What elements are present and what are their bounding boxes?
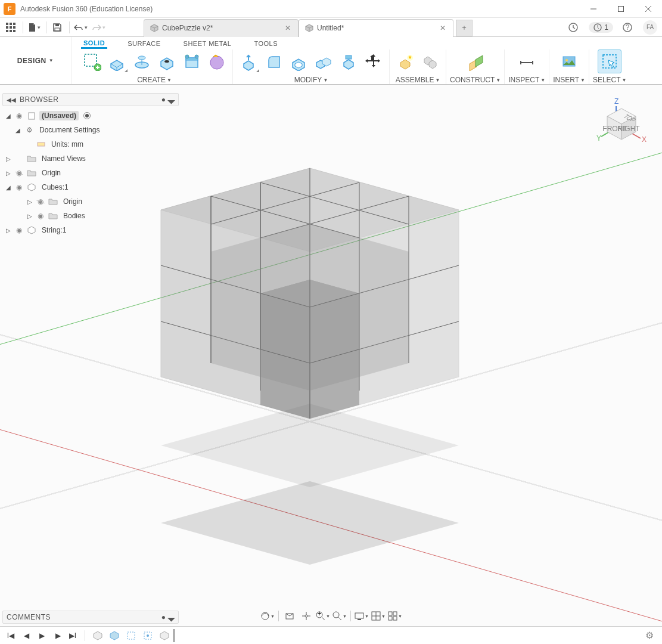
insert-decal-button[interactable]: [557, 49, 581, 73]
timeline: I◀ ◀ ▶ ▶ ▶I ⚙: [0, 626, 662, 644]
job-status-button[interactable]: 1: [589, 22, 613, 33]
tree-string[interactable]: ▷◉ String:1: [2, 223, 179, 237]
tree-bodies[interactable]: ▷◉ Bodies: [2, 209, 179, 223]
new-sketch-button[interactable]: [80, 49, 104, 73]
active-component-radio[interactable]: [83, 112, 91, 119]
close-tab-icon[interactable]: ✕: [439, 23, 447, 33]
create-form-button[interactable]: [205, 49, 229, 73]
visibility-off-icon[interactable]: ◉: [14, 169, 24, 177]
collapse-icon[interactable]: ◀◀: [7, 97, 16, 103]
svg-rect-239: [355, 613, 363, 618]
viewport[interactable]: // draw iso floor grid lines (function()…: [0, 85, 662, 626]
timeline-next-button[interactable]: ▶: [51, 630, 63, 642]
timeline-feature-5[interactable]: [158, 629, 171, 642]
fit-button[interactable]: ▼: [332, 609, 347, 623]
visibility-icon[interactable]: ◉: [36, 212, 45, 220]
new-tab-button[interactable]: ＋: [456, 20, 473, 36]
data-panel-button[interactable]: [2, 19, 19, 36]
ribbon-tab-sheetmetal[interactable]: SHEET METAL: [181, 39, 234, 48]
select-button[interactable]: [598, 49, 621, 73]
viewcube[interactable]: Z X Y TOP FRONT RIGHT: [595, 98, 649, 151]
ribbon-tab-solid[interactable]: SOLID: [81, 38, 107, 49]
minimize-button[interactable]: [580, 0, 607, 18]
timeline-feature-1[interactable]: [91, 629, 104, 642]
fillet-button[interactable]: [262, 49, 285, 73]
undo-button[interactable]: [72, 19, 89, 36]
tree-units[interactable]: Units: mm: [2, 137, 179, 151]
timeline-end-button[interactable]: ▶I: [67, 630, 79, 642]
joint-button[interactable]: [418, 49, 442, 73]
pin-icon[interactable]: ◢: [167, 95, 176, 104]
tree-doc-settings[interactable]: ◢ ⚙ Document Settings: [2, 123, 179, 137]
ribbon-tab-tools[interactable]: TOOLS: [251, 39, 280, 48]
svg-rect-247: [393, 617, 397, 620]
file-menu-button[interactable]: [26, 19, 42, 36]
model-cubes[interactable]: [161, 168, 459, 419]
app-icon: F: [4, 3, 15, 15]
pan-button[interactable]: [299, 609, 314, 623]
extensions-button[interactable]: [565, 19, 582, 36]
close-tab-icon[interactable]: ✕: [284, 23, 292, 33]
zoom-button[interactable]: +▼: [315, 609, 331, 623]
timeline-feature-4[interactable]: [141, 629, 154, 642]
visibility-icon[interactable]: ◉: [14, 112, 24, 120]
construct-plane-button[interactable]: [464, 49, 487, 73]
redo-button[interactable]: [90, 19, 107, 36]
svg-line-235: [322, 617, 325, 620]
timeline-feature-3[interactable]: [125, 629, 138, 642]
align-button[interactable]: [337, 49, 360, 73]
browser-settings-icon[interactable]: ●: [161, 95, 166, 104]
timeline-feature-2[interactable]: [108, 629, 121, 642]
workspace-switcher[interactable]: DESIGN▼: [0, 37, 72, 84]
help-button[interactable]: ?: [619, 19, 636, 36]
svg-text:RIGHT: RIGHT: [617, 125, 640, 133]
visibility-icon[interactable]: ◉: [14, 183, 24, 191]
display-settings-button[interactable]: ▼: [354, 609, 369, 623]
timeline-settings-button[interactable]: ⚙: [645, 630, 657, 641]
ribbon-tabs: SOLID SURFACE SHEET METAL TOOLS: [72, 37, 662, 49]
box-button[interactable]: [180, 49, 204, 73]
move-button[interactable]: [362, 49, 386, 73]
timeline-play-button[interactable]: ▶: [36, 630, 48, 642]
ribbon-tab-surface[interactable]: SURFACE: [125, 39, 163, 48]
browser-header[interactable]: ◀◀ BROWSER ●◢: [2, 93, 179, 106]
extrude-button[interactable]: [105, 49, 129, 73]
tree-cubes[interactable]: ◢◉ Cubes:1: [2, 180, 179, 194]
quick-access-bar: CubePuzzle v2* ✕ Untitled* ✕ ＋ 1 ? FA: [0, 18, 662, 37]
press-pull-button[interactable]: [237, 49, 260, 73]
timeline-start-button[interactable]: I◀: [5, 630, 17, 642]
tree-cubes-origin[interactable]: ▷◉ Origin: [2, 194, 179, 209]
comments-bar[interactable]: COMMENTS ●◢: [2, 611, 179, 624]
close-button[interactable]: [635, 0, 662, 18]
measure-button[interactable]: [515, 49, 539, 73]
orbit-button[interactable]: ▼: [260, 609, 275, 623]
visibility-off-icon[interactable]: ◉: [36, 197, 45, 206]
component-icon: [26, 226, 37, 234]
revolve-button[interactable]: [130, 49, 154, 73]
svg-point-27: [195, 55, 198, 58]
look-at-button[interactable]: [282, 609, 297, 623]
component-icon: [26, 183, 37, 191]
expand-icon[interactable]: ◢: [167, 612, 176, 622]
save-button[interactable]: [49, 19, 66, 36]
visibility-icon[interactable]: ◉: [14, 226, 24, 234]
ruler-icon: [36, 140, 46, 148]
maximize-button[interactable]: [607, 0, 635, 18]
hole-button[interactable]: [155, 49, 179, 73]
shell-button[interactable]: [287, 49, 310, 73]
timeline-prev-button[interactable]: ◀: [20, 630, 32, 642]
timeline-marker[interactable]: [173, 629, 175, 642]
svg-rect-5: [10, 23, 12, 25]
user-avatar[interactable]: FA: [643, 20, 657, 35]
grid-settings-button[interactable]: ▼: [371, 609, 386, 623]
combine-button[interactable]: [312, 49, 335, 73]
tab-untitled[interactable]: Untitled* ✕: [299, 19, 453, 37]
tree-named-views[interactable]: ▷◉ Named Views: [2, 151, 179, 166]
tree-origin[interactable]: ▷◉ Origin: [2, 166, 179, 180]
comments-options-icon[interactable]: ●: [161, 613, 166, 621]
viewport-layout-button[interactable]: ▼: [387, 609, 403, 623]
tree-root[interactable]: ◢◉ (Unsaved): [2, 109, 179, 123]
new-component-button[interactable]: [393, 49, 417, 73]
svg-rect-244: [389, 612, 392, 615]
tab-cubepuzzle[interactable]: CubePuzzle v2* ✕: [144, 19, 299, 37]
